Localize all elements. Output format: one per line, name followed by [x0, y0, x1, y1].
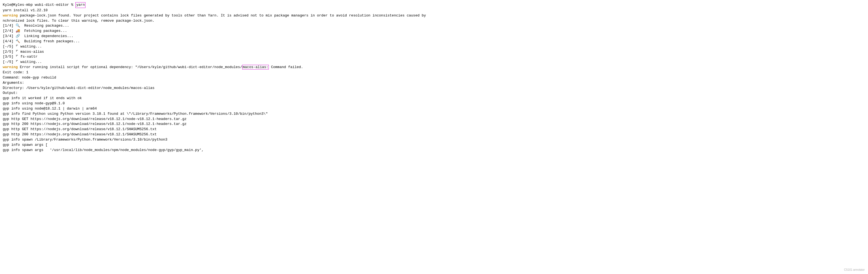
wait-1-line: [-/5] ⠋ waiting...	[3, 44, 865, 49]
exit-code-line: Exit code: 1	[3, 70, 865, 75]
prompt-user: Kyle@Kyles-mbp wubi-dict-editor %	[3, 2, 75, 8]
warning-error-line: warning Error running install script for…	[3, 65, 865, 70]
warning-error-label: warning	[3, 65, 18, 69]
warning-error-before: Error running install script for optiona…	[18, 65, 242, 69]
gyp-node-line: gyp info using node@18.12.1 | darwin | a…	[3, 106, 865, 111]
gyp-spawn-args-line: gyp info spawn args [	[3, 142, 865, 148]
wait-2-line: [-/5] ⠋ waiting...	[3, 60, 865, 65]
gyp-spawn-line: gyp info spawn /Library/Frameworks/Pytho…	[3, 137, 865, 142]
yarn-install-line: yarn install v1.22.10	[3, 8, 865, 13]
command-line: Command: node-gyp rebuild	[3, 75, 865, 80]
output-line: Output:	[3, 90, 865, 96]
gyp-python-line: gyp info find Python using Python versio…	[3, 111, 865, 117]
prompt-line: Kyle@Kyles-mbp wubi-dict-editor % yarn	[3, 2, 865, 8]
terminal-window: Kyle@Kyles-mbp wubi-dict-editor % yarn y…	[3, 2, 865, 153]
gyp-get2-line: gyp http GET https://nodejs.org/download…	[3, 127, 865, 132]
warning-error-after: Command failed.	[269, 65, 303, 69]
warning-label: warning	[3, 13, 18, 18]
gyp-200-1-line: gyp http 200 https://nodejs.org/download…	[3, 121, 865, 127]
watermark: CS101 annotator	[844, 268, 865, 272]
warning-lock-text: package-lock.json found. Your project co…	[3, 13, 426, 23]
gyp-spawn-args2-line: gyp info spawn args '/usr/local/lib/node…	[3, 148, 865, 153]
step-3-line: [3/4] 🔗 Linking dependencies...	[3, 34, 865, 39]
warning-lock-line: warning package-lock.json found. Your pr…	[3, 13, 865, 24]
gyp-ok-line: gyp info it worked if it ends with ok	[3, 96, 865, 101]
prompt-command: yarn	[75, 2, 86, 8]
arguments-line: Arguments:	[3, 80, 865, 86]
fs-xattr-line: [3/5] ⠋ fs-xattr	[3, 54, 865, 60]
macos-alias-line: [2/5] ⠋ macos-alias	[3, 49, 865, 55]
step-4-line: [4/4] 🔨 Building fresh packages...	[3, 39, 865, 44]
macos-alias-highlight: macos-alias:	[242, 65, 269, 70]
gyp-200-2-line: gyp http 200 https://nodejs.org/download…	[3, 132, 865, 137]
directory-line: Directory: /Users/kyle/github/wubi-dict-…	[3, 86, 865, 91]
gyp-node-gyp-line: gyp info using node-gyp@9.1.0	[3, 101, 865, 106]
gyp-get1-line: gyp http GET https://nodejs.org/download…	[3, 117, 865, 122]
step-1-line: [1/4] 🔍 Resolving packages...	[3, 23, 865, 29]
step-2-line: [2/4] 🚚 Fetching packages...	[3, 29, 865, 34]
